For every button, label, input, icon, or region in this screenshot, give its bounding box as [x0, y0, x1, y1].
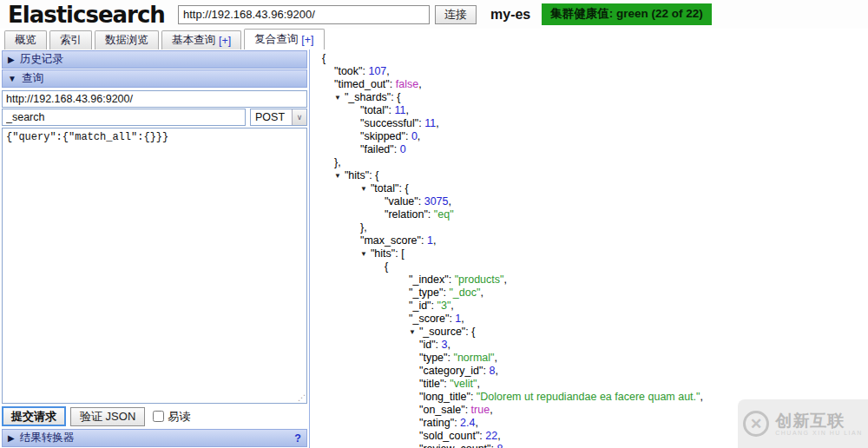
json-token: {: [375, 169, 378, 181]
collapse-arrow-icon[interactable]: ▼: [360, 250, 367, 258]
json-line: ▼"total": {: [317, 182, 868, 195]
json-token: "successful":: [360, 117, 424, 129]
json-token: {: [397, 91, 400, 103]
json-token: "_type":: [409, 287, 449, 299]
pretty-checkbox[interactable]: [153, 411, 164, 422]
json-line: "_score": 1,: [317, 313, 868, 326]
json-token: ,: [433, 234, 436, 247]
resize-grip[interactable]: ⋰: [298, 393, 306, 402]
json-token: 3075: [424, 195, 449, 208]
json-token: 0: [411, 130, 418, 142]
json-token: {: [385, 260, 388, 273]
json-line: {: [317, 52, 868, 65]
json-line: ▼"hits": {: [317, 169, 868, 182]
json-line: },: [317, 221, 868, 234]
json-token: ,: [495, 352, 497, 364]
collapse-arrow-icon[interactable]: ▼: [409, 328, 416, 336]
json-token: ,: [436, 117, 438, 129]
json-line: {: [317, 260, 868, 273]
tab-indices[interactable]: 索引: [49, 30, 92, 49]
app-title: Elasticsearch: [8, 2, 178, 28]
history-section-label: 历史记录: [20, 52, 63, 67]
json-token: "relation":: [385, 208, 434, 221]
method-select[interactable]: POST ∨: [250, 109, 307, 126]
collapse-arrow-icon[interactable]: ▼: [334, 172, 341, 180]
submit-request-button[interactable]: 提交请求: [2, 406, 66, 426]
json-token: "review_count":: [419, 443, 496, 448]
json-line: "timed_out": false,: [317, 78, 868, 91]
tab-overview[interactable]: 概览: [4, 30, 47, 49]
json-token: ,: [405, 104, 408, 116]
query-panel: ▶ 历史记录 ▼ 查询 POST ∨ {"query":{"match_all"…: [0, 49, 310, 448]
watermark: ✕ 创新互联 CHUANG XIN HU LIAN: [738, 399, 868, 448]
json-token: 22: [485, 430, 497, 442]
json-token: "eq": [434, 208, 454, 221]
cluster-url-input[interactable]: [178, 5, 430, 24]
json-line: "category_id": 8,: [317, 365, 868, 378]
json-line: "took": 107,: [317, 65, 868, 78]
json-token: {: [471, 326, 475, 338]
json-token: "hits":: [371, 247, 401, 260]
json-token: true: [471, 404, 490, 416]
json-token: 11: [394, 104, 405, 116]
json-token: },: [360, 221, 367, 234]
tab-plus-label: [+]: [301, 34, 313, 46]
watermark-cn-text: 创新互联: [775, 412, 863, 430]
collapse-arrow-icon[interactable]: ▼: [334, 94, 341, 102]
json-token: ,: [386, 65, 389, 77]
json-token: "id":: [419, 339, 442, 351]
main-area: ▶ 历史记录 ▼ 查询 POST ∨ {"query":{"match_all"…: [0, 49, 868, 448]
json-token: ,: [477, 378, 479, 390]
json-token: [: [401, 247, 404, 260]
json-token: "type":: [419, 352, 453, 364]
json-token: false: [396, 78, 418, 90]
json-line: "type": "normal",: [317, 352, 868, 365]
json-token: "hits":: [345, 169, 375, 181]
json-token: ,: [495, 365, 497, 377]
json-token: 1: [427, 234, 433, 247]
json-token: "took":: [334, 65, 368, 77]
json-token: ,: [449, 195, 451, 208]
json-response-output: {"took": 107,"timed_out": false,▼"_shard…: [310, 49, 868, 448]
collapse-arrow-icon[interactable]: ▼: [360, 185, 367, 193]
connect-button[interactable]: 连接: [435, 5, 477, 24]
tab-label: 复合查询: [254, 32, 298, 47]
history-section-header[interactable]: ▶ 历史记录: [2, 50, 307, 69]
json-token: 0: [400, 143, 406, 155]
json-token: "velit": [450, 378, 477, 390]
query-section-header[interactable]: ▼ 查询: [2, 69, 307, 88]
json-token: "_source":: [419, 326, 471, 338]
help-question-mark[interactable]: ?: [294, 432, 301, 445]
json-token: ,: [480, 287, 483, 299]
json-token: "normal": [453, 352, 494, 364]
json-token: "sold_count":: [419, 430, 485, 442]
json-token: ,: [700, 391, 703, 403]
json-line: "successful": 11,: [317, 117, 868, 130]
tab-label: 基本查询: [172, 33, 215, 48]
tab-structured-query[interactable]: 基本查询 [+]: [161, 30, 241, 49]
json-token: {: [322, 52, 326, 64]
json-token: ,: [503, 273, 506, 286]
tab-any-request[interactable]: 复合查询 [+]: [244, 29, 324, 49]
tab-browser[interactable]: 数据浏览: [95, 30, 159, 49]
json-token: "_index":: [409, 273, 455, 286]
json-token: "3": [437, 300, 451, 312]
json-line: },: [317, 156, 868, 169]
tab-label: 数据浏览: [105, 33, 148, 48]
json-token: 2.4: [460, 417, 475, 429]
json-token: ,: [418, 130, 420, 142]
validate-json-button[interactable]: 验证 JSON: [70, 407, 145, 426]
main-tabbar: 概览 索引 数据浏览 基本查询 [+] 复合查询 [+]: [0, 29, 868, 49]
query-url-input[interactable]: [2, 90, 307, 108]
collapsed-arrow-icon: ▶: [8, 55, 15, 64]
json-line: "relation": "eq": [317, 208, 868, 221]
query-body-textarea[interactable]: {"query":{"match_all":{}}}: [2, 128, 307, 404]
json-line: "skipped": 0,: [317, 130, 868, 143]
json-line: "_type": "_doc",: [317, 287, 868, 300]
query-path-input[interactable]: [2, 109, 246, 126]
json-line: ▼"_source": {: [317, 326, 868, 339]
result-transformer-header[interactable]: ▶ 结果转换器 ?: [2, 429, 307, 447]
query-section-label: 查询: [22, 71, 43, 86]
json-token: "_shards":: [345, 91, 397, 103]
tab-label: 概览: [15, 33, 36, 48]
